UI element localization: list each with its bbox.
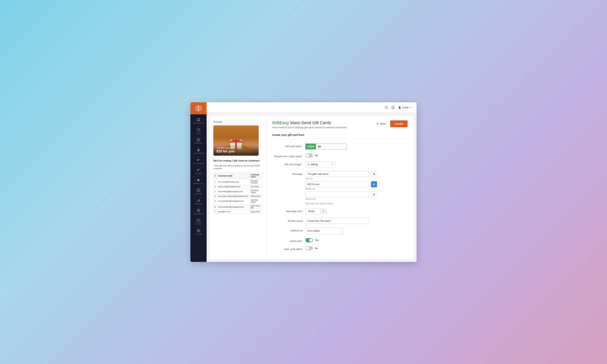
- dashboard-icon: [197, 118, 200, 121]
- section-title: Create your gift card here: [272, 133, 408, 139]
- gift-card-text-overlay: The gifts start here! $20 for you: [213, 144, 259, 156]
- sidebar-item-system[interactable]: SYSTEM: [190, 227, 207, 237]
- sidebar-item-stores[interactable]: STORES: [190, 217, 207, 227]
- table-row: 5moo+janetest@moogento.comJannette Teste…: [214, 198, 262, 204]
- search-icon: [384, 105, 388, 109]
- sidebar-item-marketing-catalog-label: CATALOG: [195, 173, 202, 174]
- sender-control: [305, 218, 408, 224]
- creating-info-summary: We'll be creating 7 gift cards for custo…: [213, 159, 262, 162]
- sidebar-item-marketing-label: MARKETING: [194, 183, 203, 185]
- back-label: Back: [380, 122, 386, 125]
- sidebar-item-moogento[interactable]: MOOGENTO: [190, 207, 207, 217]
- page-title: GiftEasy Mass-Send Gift Cards: [272, 120, 347, 125]
- form-row-image: Gift card image* H. Gifting: [272, 161, 408, 167]
- message-bottom-font-button[interactable]: A: [371, 191, 377, 197]
- create-button[interactable]: Create: [390, 120, 408, 127]
- table-row: 6moo+samtest@moogento.comSam Jones, MD: [214, 204, 262, 210]
- image-select[interactable]: H. Gifting: [305, 161, 336, 167]
- back-button[interactable]: Back: [374, 121, 388, 127]
- message-bottom-line-input[interactable]: [305, 191, 369, 197]
- min-order-control: No: [305, 153, 408, 157]
- header-actions: Back Create: [374, 120, 408, 127]
- sidebar-item-reports[interactable]: REPORTS: [190, 196, 207, 207]
- svg-rect-9: [197, 139, 200, 141]
- message-top-line-wrapper: A Top line: [305, 171, 408, 180]
- gift-card-preview: The gifts start here! $20 for you: [213, 126, 259, 156]
- message-middle-line-row: A: [305, 181, 408, 187]
- page-subtitle: Auto-create & issue GiftEasy gift cards …: [272, 126, 347, 129]
- marketing-icon: [197, 178, 200, 182]
- bell-icon: [391, 105, 395, 109]
- sidebar-item-sales[interactable]: $ SALES: [190, 126, 207, 136]
- sidebar-item-marketing-customers[interactable]: CUSTOMERS: [190, 156, 207, 166]
- user-menu[interactable]: Frank: [398, 106, 412, 109]
- sales-icon: $: [197, 128, 200, 131]
- optional-hint: Optionally use: {{card_value}}: [305, 202, 408, 205]
- message-area: A Top line A Mi: [305, 171, 408, 205]
- value-input-wrapper: USD$: [305, 143, 347, 150]
- sidebar-item-catalog-label: CATALOG: [195, 143, 202, 144]
- page-title-rest: Mass-Send Gift Cards: [289, 120, 331, 125]
- message-middle-line-input[interactable]: [305, 181, 369, 187]
- sidebar-logo[interactable]: [190, 102, 207, 114]
- notif-prefs-toggle[interactable]: [305, 246, 313, 250]
- sender-label: Sender name: [272, 218, 302, 222]
- message-middle-line-wrapper: A Middle line: [305, 181, 408, 190]
- sidebar-item-marketing-catalog[interactable]: CATALOG: [190, 166, 207, 176]
- expires-date-input[interactable]: [305, 228, 341, 234]
- color-display: White: [305, 208, 320, 214]
- expires-control: [305, 228, 408, 234]
- gift-card-value-input[interactable]: [316, 143, 347, 149]
- svg-rect-22: [197, 220, 200, 222]
- message-middle-font-button[interactable]: A: [371, 181, 377, 187]
- notifications-button[interactable]: [391, 105, 395, 109]
- form-row-sender: Sender name: [272, 218, 408, 224]
- sidebar-item-dashboard[interactable]: DASHBOARD: [190, 116, 207, 126]
- svg-point-24: [385, 106, 387, 108]
- svg-rect-18: [198, 200, 199, 202]
- message-top-font-button[interactable]: A: [371, 171, 377, 177]
- table-row: 3moo+testing@moogento.comFrontend Tester: [214, 189, 262, 195]
- customer-table: # Customer email Customer name 1roni_cos…: [213, 173, 262, 214]
- col-name: Customer name: [249, 173, 262, 179]
- message-control: A Top line A Mi: [305, 171, 408, 205]
- col-email: Customer email: [217, 173, 249, 179]
- message-bottom-line-row: A: [305, 191, 408, 197]
- left-panel: Preview: [210, 116, 266, 259]
- calendar-icon[interactable]: [341, 228, 343, 234]
- send-now-toggle-knob: [309, 238, 313, 242]
- image-control: H. Gifting: [305, 161, 408, 167]
- sidebar-item-customers[interactable]: CUSTOMERS: [190, 146, 207, 156]
- min-order-toggle[interactable]: [305, 153, 313, 157]
- sidebar-item-system-label: SYSTEM: [195, 233, 202, 235]
- svg-text:$: $: [198, 129, 199, 131]
- min-order-toggle-row: No: [305, 153, 408, 157]
- sidebar-item-stores-label: STORES: [195, 223, 202, 225]
- stores-icon: [197, 219, 200, 222]
- search-button[interactable]: [384, 105, 388, 109]
- top-bar: Frank: [207, 102, 417, 113]
- min-order-toggle-label: No: [315, 154, 318, 157]
- middle-line-hint: Middle line: [305, 188, 408, 190]
- catalog-icon: [197, 138, 200, 142]
- brand-name: GiftEasy: [272, 120, 289, 125]
- main-content: Frank Preview: [207, 102, 417, 262]
- svg-rect-19: [199, 199, 200, 202]
- sidebar-item-marketing[interactable]: MARKETING: [190, 176, 207, 186]
- sidebar-item-catalog[interactable]: CATALOG: [190, 136, 207, 146]
- min-order-toggle-knob: [306, 154, 309, 157]
- customers-icon: [197, 148, 200, 152]
- content-icon: [197, 188, 200, 192]
- chevron-down-icon: [410, 106, 412, 108]
- send-now-toggle[interactable]: [305, 238, 313, 242]
- sidebar-item-reports-label: REPORTS: [195, 203, 202, 205]
- svg-point-36: [235, 139, 237, 141]
- gift-card-top-line: The gifts start here!: [216, 147, 256, 149]
- user-icon: [398, 106, 401, 109]
- message-top-line-input[interactable]: [305, 171, 369, 177]
- sidebar-item-content[interactable]: CONTENT: [190, 186, 207, 197]
- megaphone-catalog-icon: [197, 168, 200, 172]
- sender-name-input[interactable]: [305, 218, 369, 224]
- sidebar: DASHBOARD $ SALES CATALOG CUSTOMERS: [190, 102, 207, 262]
- color-dropdown-button[interactable]: ▼: [320, 208, 327, 214]
